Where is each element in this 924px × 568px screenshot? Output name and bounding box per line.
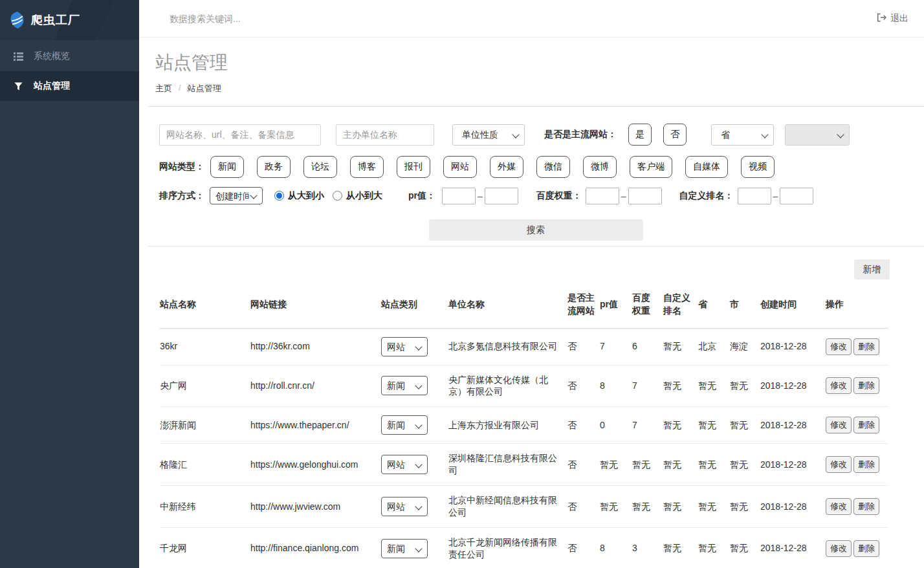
cell-mainstream: 否 [567,411,600,440]
site-type-button[interactable]: 论坛 [303,156,337,178]
cell-mainstream: 否 [567,332,600,361]
rank-label: 自定义排名： [679,190,734,202]
cell-baidu: 暂无 [632,492,663,521]
app-logo: 爬虫工厂 [0,0,139,40]
delete-button[interactable]: 删除 [853,498,879,515]
site-type-button[interactable]: 客户端 [630,156,672,178]
list-icon [13,52,23,61]
row-category-select[interactable]: 网站 [381,497,428,516]
rank-max-input[interactable] [780,188,813,204]
filter-row-2: 网站类型： 新闻 政务 论坛 博客 报刊 网站 外媒 微信 微博 客户端 自媒体… [159,156,912,178]
table-row: 36kr http://36kr.com 网站 北京多氪信息科技有限公司 否 7… [160,329,888,366]
cell-site-name: 澎湃新闻 [160,411,250,440]
sidebar-item-sites[interactable]: 站点管理 [0,71,139,101]
city-select[interactable] [785,124,850,146]
edit-button[interactable]: 修改 [826,338,852,355]
cell-city: 暂无 [730,492,760,521]
col-header: 创建时间 [760,286,826,321]
cell-site-name: 36kr [160,332,250,361]
cell-city: 海淀 [730,332,760,361]
filter-row-1: 单位性质 是否是主流网站： 是 否 省 [159,124,912,146]
cell-rank: 暂无 [663,371,698,400]
col-header: 省 [698,286,730,321]
site-info-input[interactable] [159,124,321,146]
cell-site-name: 千龙网 [160,534,250,563]
cell-mainstream: 否 [567,492,600,521]
cell-pr: 0 [600,411,632,440]
site-type-button[interactable]: 微博 [583,156,617,178]
row-category-select[interactable]: 新闻 [381,415,428,435]
edit-button[interactable]: 修改 [826,540,852,557]
delete-button[interactable]: 删除 [853,417,879,433]
site-type-button[interactable]: 新闻 [210,156,244,178]
cell-created: 2018-12-28 [760,332,826,361]
col-header: 市 [730,286,760,321]
logout-button[interactable]: 退出 [877,13,908,25]
page-content: 站点管理 主页 / 站点管理 单位性质 是否是主流网站： 是 否 [139,38,924,568]
site-type-button[interactable]: 视频 [741,156,775,178]
cell-site-name: 格隆汇 [160,450,250,479]
baidu-max-input[interactable] [628,188,662,204]
cell-site-url: http://roll.cnr.cn/ [250,371,381,400]
mainstream-yes-button[interactable]: 是 [628,124,652,146]
sort-field-select[interactable]: 创建时间 [210,187,263,204]
site-type-button[interactable]: 外媒 [490,156,523,178]
row-category-select[interactable]: 网站 [381,455,428,474]
breadcrumb-home[interactable]: 主页 [155,83,172,94]
range-dash: – [621,191,626,201]
province-select[interactable]: 省 [711,124,774,146]
sort-desc-radio[interactable]: 从大到小 [274,190,324,202]
sign-out-icon [877,13,886,24]
edit-button[interactable]: 修改 [826,498,852,515]
cell-pr: 8 [600,371,632,400]
mainstream-label: 是否是主流网站： [544,129,617,140]
cell-company: 深圳格隆汇信息科技有限公司 [448,444,567,485]
cell-company: 北京中新经闻信息科技有限公司 [448,486,567,527]
pr-label: pr值： [408,190,435,202]
site-type-button[interactable]: 博客 [350,156,384,178]
cell-pr: 暂无 [600,492,632,521]
rank-min-input[interactable] [738,188,771,204]
delete-button[interactable]: 删除 [853,456,879,473]
sidebar-item-overview[interactable]: 系统概览 [0,41,139,71]
sidebar: 爬虫工厂 系统概览 站点管理 [0,0,139,568]
table-body: 36kr http://36kr.com 网站 北京多氪信息科技有限公司 否 7… [160,329,888,568]
delete-button[interactable]: 删除 [853,377,879,394]
row-category-select[interactable]: 网站 [381,337,428,356]
cell-site-url: https://www.thepaper.cn/ [250,411,381,440]
org-type-select[interactable]: 单位性质 [452,124,525,146]
site-type-label: 网站类型： [159,161,204,173]
pr-max-input[interactable] [485,188,518,204]
cell-company: 北京多氪信息科技有限公司 [448,332,567,361]
cell-created: 2018-12-28 [760,371,826,400]
sort-asc-radio[interactable]: 从小到大 [333,190,382,202]
delete-button[interactable]: 删除 [853,338,879,355]
site-type-button[interactable]: 报刊 [397,156,430,178]
cell-site-url: https://www.gelonghui.com [250,450,381,479]
site-type-button[interactable]: 微信 [536,156,570,178]
global-search-input[interactable] [170,14,377,24]
delete-button[interactable]: 删除 [853,540,879,557]
table-section: 新增 站点名称 网站链接 站点类别 单位名称 是否主流网站 pr值 百度权重 自… [148,246,924,568]
site-type-button[interactable]: 自媒体 [685,156,728,178]
cell-mainstream: 否 [567,371,600,400]
cell-baidu: 6 [632,332,663,361]
row-category-select[interactable]: 新闻 [381,539,428,558]
col-header: 站点类别 [381,286,448,321]
org-name-input[interactable] [336,124,434,146]
add-site-button[interactable]: 新增 [854,259,890,279]
edit-button[interactable]: 修改 [826,417,852,433]
site-type-button[interactable]: 政务 [257,156,291,178]
pr-min-input[interactable] [442,188,476,204]
cell-pr: 8 [600,534,632,563]
edit-button[interactable]: 修改 [826,377,852,394]
site-type-button[interactable]: 网站 [443,156,477,178]
search-button[interactable]: 搜索 [429,219,643,241]
baidu-min-input[interactable] [586,188,619,204]
edit-button[interactable]: 修改 [826,456,852,473]
breadcrumb-separator: / [179,83,181,94]
mainstream-no-button[interactable]: 否 [663,124,687,146]
sort-desc-label: 从大到小 [288,190,324,202]
row-category-select[interactable]: 新闻 [381,376,428,395]
cell-rank: 暂无 [663,534,698,563]
